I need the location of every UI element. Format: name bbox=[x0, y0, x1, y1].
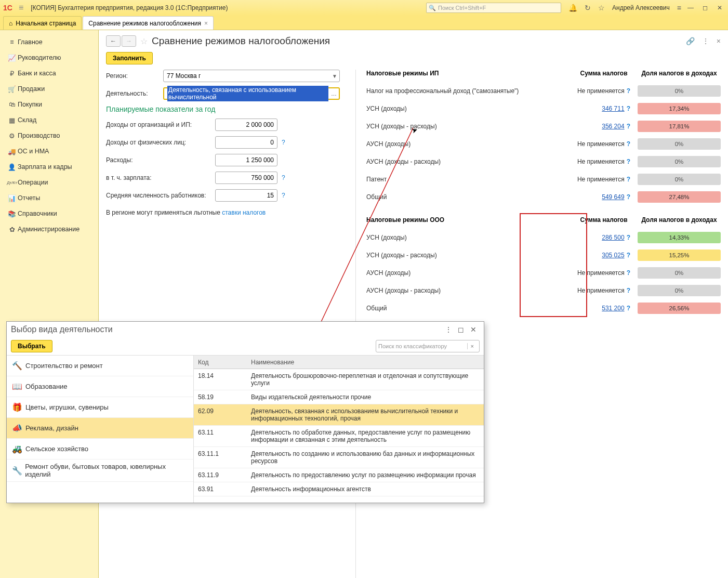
salary-input[interactable] bbox=[215, 172, 277, 184]
dialog-maximize-icon[interactable]: ◻ bbox=[455, 325, 467, 334]
regime-row: Патент Не применяется? 0% bbox=[366, 170, 721, 188]
share-bar: 26,56% bbox=[638, 303, 721, 314]
tab-close-icon[interactable]: × bbox=[204, 20, 208, 27]
expenses-input[interactable] bbox=[215, 154, 277, 166]
category-icon: 🔧 bbox=[12, 466, 25, 476]
sidebar-item-9[interactable]: Дт/КтОперации bbox=[0, 175, 98, 190]
activity-combo[interactable]: Деятельность, связанная с использованием… bbox=[163, 87, 340, 100]
sidebar-item-4[interactable]: 🛍Покупки bbox=[0, 97, 98, 112]
classifier-row[interactable]: 62.09Деятельность, связанная с использов… bbox=[194, 404, 484, 426]
clear-search-icon[interactable]: × bbox=[467, 343, 477, 349]
sidebar-item-0[interactable]: ≡Главное bbox=[0, 34, 98, 50]
sidebar-icon: 📊 bbox=[6, 194, 18, 202]
bell-icon[interactable]: 🔔 bbox=[568, 4, 577, 12]
sidebar-item-5[interactable]: ▦Склад bbox=[0, 112, 98, 128]
tax-value-link[interactable]: 531 200 bbox=[602, 305, 624, 312]
nav-forward-button[interactable]: → bbox=[122, 35, 136, 47]
page-close-icon[interactable]: × bbox=[717, 37, 721, 45]
category-icon: 📣 bbox=[12, 423, 25, 433]
rates-link[interactable]: ставки налогов bbox=[222, 209, 266, 216]
help-icon[interactable]: ? bbox=[282, 174, 285, 181]
classifier-row[interactable]: 63.11Деятельность по обработке данных, п… bbox=[194, 426, 484, 447]
income-phys-input[interactable] bbox=[215, 136, 277, 149]
star-icon[interactable]: ☆ bbox=[598, 4, 605, 12]
help-icon[interactable]: ? bbox=[627, 287, 630, 294]
tax-value-na: Не применяется bbox=[577, 269, 625, 277]
help-icon[interactable]: ? bbox=[282, 192, 285, 199]
help-icon[interactable]: ? bbox=[627, 158, 630, 165]
sidebar-item-6[interactable]: ⚙Производство bbox=[0, 128, 98, 143]
category-list[interactable]: 🔨Строительство и ремонт📖Образование🎁Цвет… bbox=[7, 356, 194, 503]
sidebar-icon: 🛍 bbox=[6, 101, 18, 108]
region-combo[interactable]: 77 Москва г ▼ bbox=[163, 70, 340, 82]
classifier-search[interactable]: Поиск по классификатору × bbox=[376, 340, 480, 352]
minimize-button[interactable]: — bbox=[685, 4, 696, 11]
tax-value-link[interactable]: 356 204 bbox=[602, 123, 624, 130]
maximize-button[interactable]: ◻ bbox=[700, 4, 710, 11]
emp-input[interactable] bbox=[215, 189, 277, 202]
more-icon[interactable]: ⋮ bbox=[702, 37, 709, 45]
global-search[interactable]: 🔍 Поиск Ctrl+Shift+F bbox=[426, 3, 561, 13]
sidebar-item-12[interactable]: ✿Администрирование bbox=[0, 221, 98, 237]
classifier-row[interactable]: 63.91Деятельность информационных агентст… bbox=[194, 482, 484, 496]
tax-value-link[interactable]: 346 711 bbox=[602, 105, 624, 112]
category-item[interactable]: 📣Реклама, дизайн bbox=[7, 418, 193, 439]
help-icon[interactable]: ? bbox=[627, 123, 630, 130]
help-icon[interactable]: ? bbox=[627, 269, 630, 277]
tax-value-link[interactable]: 286 500 bbox=[602, 234, 624, 241]
row-name: Деятельность по обработке данных, предос… bbox=[251, 429, 484, 443]
sidebar-item-2[interactable]: ₽Банк и касса bbox=[0, 65, 98, 81]
sidebar-label: Банк и касса bbox=[18, 70, 56, 77]
dropdown-icon[interactable]: ≡ bbox=[677, 4, 681, 12]
category-item[interactable]: 📖Образование bbox=[7, 376, 193, 397]
help-icon[interactable]: ? bbox=[627, 252, 630, 259]
sidebar-item-10[interactable]: 📊Отчеты bbox=[0, 190, 98, 206]
activity-label: Деятельность: bbox=[106, 90, 163, 97]
sidebar-icon: ⚙ bbox=[6, 132, 18, 140]
menu-icon[interactable]: ≡ bbox=[19, 3, 23, 12]
classifier-table[interactable]: Код Наименование 18.14Деятельность брошю… bbox=[194, 356, 484, 503]
help-icon[interactable]: ? bbox=[627, 305, 630, 312]
category-item[interactable]: 🎁Цветы, игрушки, сувениры bbox=[7, 397, 193, 418]
dialog-more-icon[interactable]: ⋮ bbox=[442, 325, 455, 334]
link-icon[interactable]: 🔗 bbox=[686, 37, 695, 45]
category-item[interactable]: 🔧Ремонт обуви, бытовых товаров, ювелирны… bbox=[7, 459, 193, 482]
fill-button[interactable]: Заполнить bbox=[106, 52, 153, 64]
help-icon[interactable]: ? bbox=[627, 193, 630, 201]
tax-value-link[interactable]: 305 025 bbox=[602, 252, 624, 259]
income-org-input[interactable] bbox=[215, 119, 277, 131]
help-icon[interactable]: ? bbox=[627, 105, 630, 112]
tab-current[interactable]: Сравнение режимов налогообложения × bbox=[83, 16, 214, 30]
sidebar-item-1[interactable]: 📈Руководителю bbox=[0, 50, 98, 65]
tax-value-link[interactable]: 549 649 bbox=[602, 193, 624, 201]
ellipsis-icon[interactable]: … bbox=[331, 90, 337, 97]
sidebar-item-3[interactable]: 🛒Продажи bbox=[0, 81, 98, 97]
sidebar-item-11[interactable]: 📚Справочники bbox=[0, 206, 98, 221]
col-name: Наименование bbox=[251, 359, 484, 366]
help-icon[interactable]: ? bbox=[282, 139, 285, 146]
help-icon[interactable]: ? bbox=[627, 87, 630, 95]
history-icon[interactable]: ↻ bbox=[585, 4, 591, 12]
dialog-close-icon[interactable]: ✕ bbox=[467, 325, 480, 334]
close-button[interactable]: ✕ bbox=[714, 4, 725, 11]
user-name[interactable]: Андрей Алексеевич bbox=[612, 4, 670, 11]
classifier-row[interactable]: 63.11.9Деятельность по предоставлению ус… bbox=[194, 468, 484, 482]
salary-label: в т. ч. зарплата: bbox=[106, 174, 215, 181]
choose-button[interactable]: Выбрать bbox=[11, 340, 52, 352]
classifier-row[interactable]: 18.14Деятельность брошюровочно-переплетн… bbox=[194, 369, 484, 390]
sidebar-item-7[interactable]: 🚚ОС и НМА bbox=[0, 143, 98, 159]
help-icon[interactable]: ? bbox=[627, 140, 630, 148]
row-code: 62.09 bbox=[194, 408, 251, 422]
help-icon[interactable]: ? bbox=[627, 176, 630, 183]
tab-home[interactable]: ⌂ Начальная страница bbox=[3, 16, 82, 30]
nav-back-button[interactable]: ← bbox=[106, 35, 121, 47]
classifier-row[interactable]: 58.19Виды издательской деятельности проч… bbox=[194, 390, 484, 404]
category-item[interactable]: 🚜Сельское хозяйство bbox=[7, 439, 193, 459]
category-item[interactable]: 🔨Строительство и ремонт bbox=[7, 356, 193, 376]
favorite-icon[interactable]: ☆ bbox=[140, 36, 148, 46]
sidebar-item-8[interactable]: 👤Зарплата и кадры bbox=[0, 159, 98, 175]
category-icon: 📖 bbox=[12, 382, 25, 391]
expenses-label: Расходы: bbox=[106, 156, 215, 164]
help-icon[interactable]: ? bbox=[627, 234, 630, 241]
classifier-row[interactable]: 63.11.1Деятельность по созданию и исполь… bbox=[194, 447, 484, 468]
